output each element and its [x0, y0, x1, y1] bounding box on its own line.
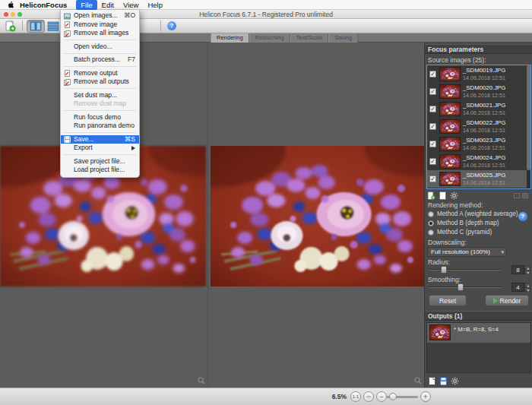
image-thumbnail — [439, 119, 461, 134]
loupe-icon-right[interactable] — [414, 377, 422, 384]
submenu-arrow-icon — [131, 146, 135, 150]
source-image-row-selected[interactable]: ✓ _SDM0025.JPG14.06.2018 12:51 — [427, 170, 530, 188]
source-image-row[interactable]: ✓ _SDM0021.JPG14.06.2018 12:51 — [427, 100, 530, 118]
zoom-out-button[interactable]: − — [376, 391, 387, 402]
file-date: 14.06.2018 12:51 — [463, 179, 505, 187]
remove-output-icon — [64, 70, 71, 77]
checkbox-checked-icon[interactable]: ✓ — [429, 106, 436, 112]
thumbnail-size-controls[interactable] — [514, 193, 528, 198]
zoom-fit-button[interactable]: ▭ — [363, 391, 374, 402]
checkbox-checked-icon[interactable]: ✓ — [429, 141, 436, 147]
render-button[interactable]: Render — [485, 295, 529, 306]
radius-stepper[interactable] — [524, 265, 530, 274]
source-image-row[interactable]: ✓ _SDM0019.JPG14.06.2018 12:51 — [427, 65, 530, 83]
rendered-image-preview[interactable] — [211, 146, 424, 286]
tab-saving[interactable]: Saving — [328, 33, 358, 43]
zoom-percent: 6.5% — [324, 393, 347, 400]
smoothing-slider-thumb[interactable] — [458, 283, 464, 291]
reset-button[interactable]: Reset — [429, 295, 467, 306]
menu-item-set-dust-map[interactable]: Set dust map... — [61, 91, 139, 100]
checkbox-checked-icon[interactable]: ✓ — [429, 88, 436, 95]
menu-help[interactable]: Help — [143, 0, 167, 10]
tab-rendering[interactable]: Rendering — [211, 33, 249, 43]
save-output-icon[interactable] — [439, 377, 448, 385]
zoom-actual-size-button[interactable]: 1:1 — [350, 391, 361, 402]
menu-item-remove-output[interactable]: Remove output — [61, 69, 139, 78]
help-button[interactable]: ? — [165, 20, 179, 33]
tab-retouching[interactable]: Retouching — [249, 33, 290, 43]
status-bar: 6.5% 1:1 ▭ − + — [0, 388, 532, 405]
file-date: 14.06.2018 12:51 — [463, 74, 505, 82]
zoom-slider-thumb[interactable] — [389, 393, 397, 400]
method-help-icon[interactable]: ? — [518, 212, 527, 221]
file-date: 14.06.2018 12:51 — [463, 127, 505, 134]
pane-divider — [207, 43, 208, 388]
remove-all-images-icon — [64, 30, 71, 37]
file-date: 14.06.2018 12:51 — [463, 109, 505, 117]
output-row-selected[interactable]: * M=B, R=8, S=4 — [427, 323, 530, 343]
menu-file[interactable]: File — [76, 0, 97, 10]
menu-item-remove-all-images[interactable]: Remove all images — [61, 29, 139, 38]
method-b-radio[interactable]: Method B (depth map) — [428, 220, 499, 226]
file-date: 14.06.2018 12:51 — [463, 162, 505, 169]
menu-item-remove-all-outputs[interactable]: Remove all outputs — [61, 78, 139, 87]
outputs-header: Outputs (1) — [425, 311, 532, 321]
outputs-list[interactable]: * M=B, R=8, S=4 — [426, 322, 531, 373]
method-c-radio[interactable]: Method C (pyramid) — [428, 229, 492, 236]
file-menu-dropdown: Open images...⌘O Remove image Remove all… — [60, 10, 140, 178]
open-images-button[interactable] — [2, 20, 18, 33]
split-view-button[interactable] — [27, 20, 45, 33]
menu-item-open-images[interactable]: Open images...⌘O — [61, 11, 139, 21]
smoothing-slider[interactable] — [429, 283, 501, 291]
checkbox-checked-icon[interactable]: ✓ — [429, 176, 436, 182]
new-output-icon[interactable] — [428, 377, 436, 385]
rendering-method-label: Rendering method: — [428, 201, 483, 209]
gear-icon[interactable] — [450, 191, 458, 200]
menu-separator — [64, 40, 136, 40]
checkbox-checked-icon[interactable]: ✓ — [429, 71, 436, 78]
smoothing-stepper[interactable] — [524, 283, 530, 292]
loupe-icon-left[interactable] — [198, 377, 205, 384]
menu-item-open-video[interactable]: Open video... — [61, 43, 139, 52]
checkbox-checked-icon[interactable]: ✓ — [429, 123, 436, 130]
radius-slider-thumb[interactable] — [441, 266, 447, 274]
zoom-in-button[interactable]: + — [420, 391, 431, 402]
menu-item-run-panorama-demo[interactable]: Run panorama demo — [61, 122, 139, 131]
source-image-row[interactable]: ✓ _SDM0020.JPG14.06.2018 12:51 — [427, 83, 530, 100]
menu-separator — [64, 132, 136, 133]
checkbox-checked-icon[interactable]: ✓ — [429, 158, 436, 165]
split-view-icon — [30, 21, 42, 31]
file-name: _SDM0021.JPG — [463, 102, 505, 109]
menu-item-remove-image[interactable]: Remove image — [61, 21, 139, 30]
menu-item-batch-process[interactable]: Batch process...F7 — [61, 55, 139, 65]
menu-item-export[interactable]: Export — [61, 144, 139, 153]
menu-item-save-project-file[interactable]: Save project file... — [61, 157, 139, 166]
image-thumbnail — [439, 67, 461, 81]
tab-text-scale[interactable]: Text/Scale — [290, 33, 329, 43]
zoom-slider[interactable] — [386, 396, 418, 398]
method-a-radio[interactable]: Method A (weighted average) — [428, 210, 518, 217]
menu-app-name[interactable]: HeliconFocus — [20, 1, 67, 9]
gear-icon[interactable] — [451, 377, 459, 385]
menu-edit[interactable]: Edit — [97, 0, 119, 10]
smoothing-value[interactable]: 4 — [511, 283, 524, 292]
source-image-row[interactable]: ✓ _SDM0024.JPG14.06.2018 12:51 — [427, 153, 530, 170]
downscaling-select[interactable]: Full resolution (100%) ▾ — [427, 247, 507, 257]
source-image-row[interactable]: ✓ _SDM0023.JPG14.06.2018 12:51 — [427, 135, 530, 153]
focus-parameters-header: Focus parameters — [425, 44, 532, 54]
menu-view[interactable]: View — [119, 0, 143, 10]
menu-item-run-focus-demo[interactable]: Run focus demo — [61, 113, 139, 122]
add-images-icon[interactable] — [427, 191, 435, 200]
file-date: 14.06.2018 12:51 — [463, 144, 505, 152]
source-images-list[interactable]: ✓ _SDM0019.JPG14.06.2018 12:51 ✓ _SDM002… — [426, 65, 531, 189]
menu-separator — [64, 66, 136, 67]
source-list-scrollbar[interactable] — [527, 65, 530, 188]
apple-icon[interactable] — [8, 1, 14, 8]
source-image-row[interactable]: ✓ _SDM0022.JPG14.06.2018 12:51 — [427, 118, 530, 135]
menu-item-save[interactable]: Save...⌘S — [61, 135, 139, 144]
new-document-icon[interactable] — [439, 191, 447, 200]
radius-slider[interactable] — [429, 266, 501, 274]
stacked-view-button[interactable] — [45, 20, 62, 33]
radius-value[interactable]: 8 — [511, 265, 524, 274]
menu-item-load-project-file[interactable]: Load project file... — [61, 166, 139, 175]
